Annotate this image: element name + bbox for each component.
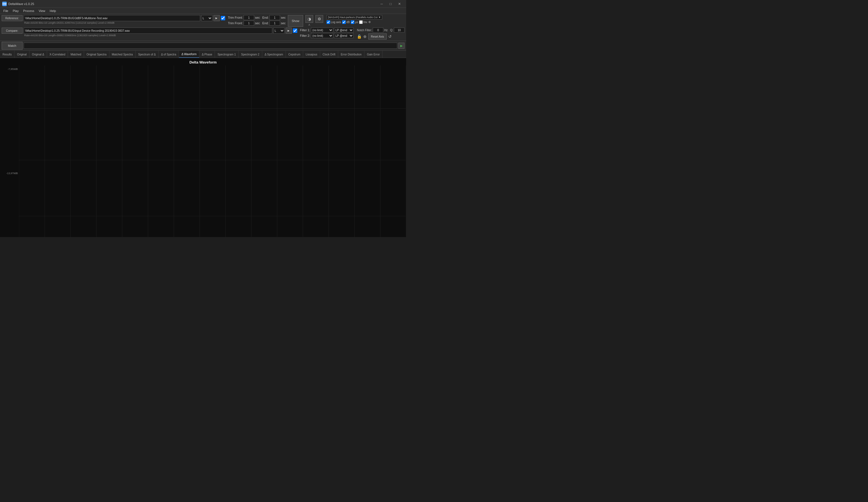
notch-q-input[interactable]: 10	[394, 28, 404, 33]
menu-play[interactable]: Play	[11, 9, 21, 13]
compare-channel-select[interactable]: LRBoth	[273, 28, 285, 34]
trim-front-input-2[interactable]: 1	[244, 21, 254, 26]
tab-matched[interactable]: Matched	[68, 51, 84, 58]
chart-inner[interactable]: 0:00:000.00000:01:133.78680:02:267.57360…	[19, 66, 406, 237]
settings-icon[interactable]: ⚙	[316, 15, 323, 23]
app-title: DeltaWave v1.0.25	[8, 2, 377, 6]
tab---of-spectra[interactable]: Δ of Spectra	[159, 51, 179, 58]
y-label-top: -7,959dB	[1, 68, 18, 70]
trim-end-input-1[interactable]: 1	[269, 15, 280, 20]
reference-play-button[interactable]: ▶	[214, 15, 220, 21]
match-play-button[interactable]: ▶	[399, 43, 404, 49]
main-content: Reference: \\Mac\Home\Desktop\1.0.25-TRI…	[0, 14, 406, 237]
tab-original-spectra[interactable]: Original Spectra	[84, 51, 110, 58]
compare-checkbox[interactable]	[293, 28, 297, 33]
notch-label: Notch Filter:	[357, 29, 372, 32]
brightness-controls: ◑ A	[306, 15, 313, 26]
reference-button[interactable]: Reference:	[2, 15, 22, 21]
filter2-label: Filter 2:	[300, 34, 310, 37]
show-button[interactable]: Show	[288, 15, 303, 27]
menubar: File Play Process View Help	[0, 8, 406, 14]
log-axis-checkbox[interactable]	[327, 20, 330, 24]
filter-controls: Filter 1: (no limit) LP @end Filter 2: (…	[300, 28, 354, 38]
brightness-icon[interactable]: ◑	[306, 15, 313, 23]
filter1-type-select[interactable]: LP @end	[334, 28, 353, 33]
filter1-select[interactable]: (no limit)	[311, 28, 333, 33]
trim-front-input-1[interactable]: 1	[244, 15, 254, 20]
tab-clock-drift[interactable]: Clock Drift	[320, 51, 338, 58]
trim-front-row-2: Trim Front: 1 sec End: 1 sec	[228, 21, 286, 26]
tab-error-distribution[interactable]: Error Distribution	[338, 51, 364, 58]
tab---phase[interactable]: Δ Phase	[199, 51, 215, 58]
tab---waveform[interactable]: Δ Waveform	[179, 51, 199, 58]
menu-help[interactable]: Help	[48, 9, 59, 13]
log-axis-check-wrap: Log axis	[327, 20, 341, 24]
reference-row: Reference: \\Mac\Home\Desktop\1.0.25-TRI…	[2, 15, 404, 27]
tab-cepstrum[interactable]: Cepstrum	[286, 51, 303, 58]
tab-lissajous[interactable]: Lissajous	[303, 51, 320, 58]
filter1-label: Filter 1:	[300, 28, 310, 32]
trim-end-sec-label-1: sec	[281, 16, 286, 19]
crosshair-icon[interactable]: ⊕	[363, 34, 366, 39]
notch-row: Notch Filter: 0 Hz Q: 10	[357, 28, 404, 33]
chart-title: Delta Waveform	[0, 58, 406, 66]
compare-play-button[interactable]: ▶	[286, 28, 292, 34]
reference-channel-select[interactable]: LRBoth	[201, 15, 213, 21]
tab-original--[interactable]: Original Δ	[30, 51, 47, 58]
window-controls: ─ □ ✕	[377, 0, 404, 8]
trim-end-input-2[interactable]: 1	[269, 21, 280, 26]
lock-icon[interactable]: 🔒	[357, 34, 362, 39]
tab-results[interactable]: Results	[0, 51, 14, 58]
filter2-type-select[interactable]: LP @end	[334, 33, 353, 38]
audio-device-selector[interactable]: [WASAPI] Haut-parleurs (Parallels Audio …	[327, 15, 382, 20]
filter1-row: Filter 1: (no limit) LP @end	[300, 28, 354, 33]
tab-original[interactable]: Original	[14, 51, 29, 58]
filter2-select[interactable]: (no limit)	[311, 33, 333, 38]
maximize-button[interactable]: □	[386, 0, 395, 8]
mu-check-wrap: μs	[351, 20, 358, 24]
checkboxes-area: Log axis dB μs Inv. Φ	[327, 20, 404, 24]
chart-wrapper: Delta Waveform -7,959dB -13,979dB 0 -13,…	[0, 58, 406, 237]
trim-sec-label-1: sec	[255, 16, 260, 19]
inv-phi-check-wrap: Inv. Φ	[359, 20, 371, 24]
notch-axis-controls: Notch Filter: 0 Hz Q: 10 🔒 ⊕ Reset Axis …	[357, 28, 404, 40]
chart-with-axes: -7,959dB -13,979dB 0 -13,979dB -7,959dB	[0, 66, 406, 237]
trim-front-label-1: Trim Front:	[228, 16, 243, 19]
refresh-icon[interactable]: ↺	[388, 34, 392, 39]
tab-matched-spectra[interactable]: Matched Spectra	[110, 51, 136, 58]
q-label: Q:	[390, 29, 393, 32]
y-axis: -7,959dB -13,979dB 0 -13,979dB -7,959dB	[0, 66, 19, 237]
chart-svg	[19, 66, 406, 237]
tab---spectrogram[interactable]: Δ Spectrogram	[262, 51, 286, 58]
tab-spectrum-of--[interactable]: Spectrum of Δ	[136, 51, 158, 58]
menu-process[interactable]: Process	[21, 9, 37, 13]
trim-end-label-1: End:	[262, 16, 269, 19]
tab-spectrogram-1[interactable]: Spectrogram 1	[215, 51, 239, 58]
trim-sec-label-2: sec	[255, 21, 260, 25]
reference-checkbox[interactable]	[221, 16, 225, 20]
reference-file-wrap: \\Mac\Home\Desktop\1.0.25-TRIM-BUG\3dBFS…	[24, 15, 200, 24]
menu-file[interactable]: File	[1, 9, 11, 13]
menu-view[interactable]: View	[37, 9, 48, 13]
trim-front-row-1: Trim Front: 1 sec End: 1 sec	[228, 15, 286, 20]
match-button[interactable]: Match	[2, 42, 22, 50]
minimize-button[interactable]: ─	[377, 0, 386, 8]
notch-hz-input[interactable]: 0	[373, 28, 383, 33]
compare-meta: Rate=44100 Bits=16 Length=30882.539683ms…	[24, 34, 272, 37]
tab-gain-error[interactable]: Gain Error	[364, 51, 382, 58]
inv-phi-checkbox[interactable]	[359, 20, 363, 24]
reference-path[interactable]: \\Mac\Home\Desktop\1.0.25-TRIM-BUG\3dBFS…	[24, 15, 200, 21]
compare-path[interactable]: \\Mac\Home\Desktop\1.0.25-TRIM-BUG\Input…	[24, 28, 272, 34]
compare-button[interactable]: Compare:	[2, 28, 22, 34]
controls-area: Reference: \\Mac\Home\Desktop\1.0.25-TRI…	[0, 14, 406, 41]
filter2-row: Filter 2: (no limit) LP @end	[300, 33, 354, 38]
match-row: Match ▶	[0, 41, 406, 51]
tab-x-correlated[interactable]: X-Correlated	[47, 51, 68, 58]
mu-checkbox[interactable]	[351, 20, 354, 24]
a-label: A	[308, 23, 310, 26]
match-progress-bar	[24, 43, 397, 49]
db-checkbox[interactable]	[342, 20, 346, 24]
close-button[interactable]: ✕	[395, 0, 404, 8]
reset-axis-button[interactable]: Reset Axis	[368, 33, 386, 40]
tab-spectrogram-2[interactable]: Spectrogram 2	[239, 51, 262, 58]
